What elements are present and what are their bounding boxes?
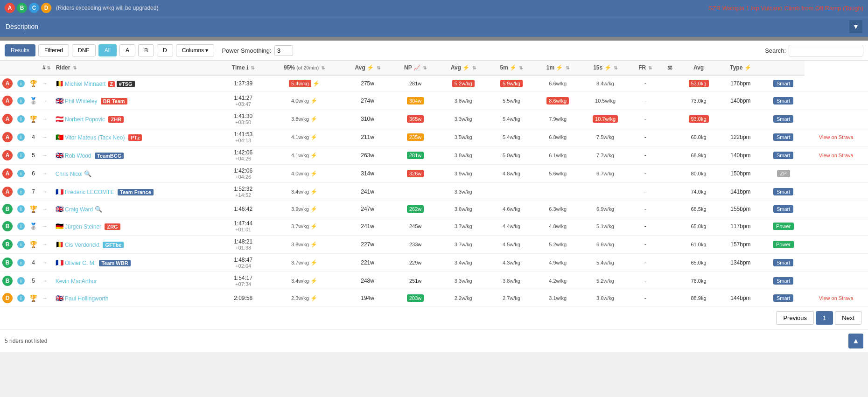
rider-cell: 🇫🇷 Frédéric LECOMTE Team France [53,183,220,201]
trophy-gold-icon: 🏆 [29,294,37,302]
1m-value: 7.9w/kg [549,116,567,122]
5m-cell: 5.4w/kg [488,110,534,128]
description-dropdown[interactable]: ▼ [849,20,862,33]
col-fr[interactable]: FR ⇅ [630,61,661,75]
cat-badge-c[interactable]: C [29,3,39,13]
avg1-cell: 314w [343,165,392,183]
rider-name[interactable]: Craig Ward [65,206,93,213]
trophy-cell: 4 [27,128,40,146]
5m-value: 5.5w/kg [503,98,520,104]
kg-cell: 68.9kg [679,146,719,165]
col-avg3[interactable]: Avg [679,61,719,75]
dnf-button[interactable]: DNF [72,44,96,56]
rider-name[interactable]: Paul Hollingworth [65,295,108,302]
bpm-value: 157bpm [730,241,750,248]
rider-name[interactable]: Michiel Minnaert [65,81,105,87]
cat-badge-d[interactable]: D [41,3,51,13]
col-hash[interactable]: #⇅ [40,61,53,75]
all-button[interactable]: All [98,44,117,56]
search-icon[interactable]: 🔍 [84,170,91,177]
avg2-cell: 3.3w/kg [438,272,488,290]
info-button[interactable]: i [17,223,25,230]
columns-button[interactable]: Columns ▾ [176,44,215,56]
rider-name[interactable]: Frédéric LECOMTE [65,189,114,195]
col-avg1[interactable]: Avg ⚡ ⇅ [343,61,392,75]
info-button[interactable]: i [17,241,25,248]
col-15s[interactable]: 15s ⚡ ⇅ [581,61,630,75]
results-table-container: #⇅ Rider ⇅ Time ℹ ⇅ 95% (of 20min) ⇅ Avg… [0,61,868,306]
search-icon[interactable]: 🔍 [95,206,102,213]
scroll-top-button[interactable]: ▲ [848,334,863,348]
trophy-cell: 🏆 [27,75,40,92]
rider-cell: 🇬🇧 Rob Wood TeamBCG [53,146,220,165]
rider-name[interactable]: Chris Nicol [56,171,83,177]
table-row: D i 🏆 → 🇬🇧 Paul Hollingworth 2:09:58 2.3… [0,290,868,306]
strava-link[interactable]: View on Strava [819,153,854,158]
col-rider[interactable]: Rider ⇅ [53,61,220,75]
strava-link[interactable]: View on Strava [819,295,854,301]
info-button[interactable]: i [17,205,25,213]
col-np[interactable]: NP 📈 ⇅ [392,61,438,75]
1m-cell [535,183,581,201]
search-input[interactable] [789,45,863,56]
rider-name[interactable]: Kevin MacArthur [56,278,97,285]
rider-name[interactable]: Jürgen Steiner [65,223,101,230]
1m-value: 3.1w/kg [549,295,567,301]
rank-cell: → [40,201,53,217]
table-row: A i 4 → 🇵🇹 Vitor Mateus (Tacx Neo) PTz 1… [0,128,868,146]
rank-cell: → [40,146,53,165]
info-button[interactable]: i [17,97,25,104]
info-button[interactable]: i [17,294,25,302]
time-cell: 2:09:58 [220,290,266,306]
previous-button[interactable]: Previous [776,311,814,325]
results-button[interactable]: Results [5,44,35,56]
p95-value: 4.1w/kg [291,134,309,140]
b-button[interactable]: B [138,44,154,56]
d-button[interactable]: D [157,44,173,56]
rider-name[interactable]: Cis Verdonckt [65,242,99,248]
rider-name[interactable]: Norbert Popovic [65,116,105,123]
info-button[interactable]: i [17,277,25,285]
col-scale[interactable]: ⚖ [661,61,678,75]
info-button[interactable]: i [17,152,25,159]
rank-cell: → [40,290,53,306]
strava-link[interactable]: View on Strava [819,134,854,140]
filtered-button[interactable]: Filtered [38,44,69,56]
info-button[interactable]: i [17,80,25,87]
table-row: B i 5 → Kevin MacArthur 1:54:17+07:34 3.… [0,272,868,290]
strava-cell [805,110,868,128]
flag-icon: 🇬🇧 [56,152,63,159]
5m-cell: 5.0w/kg [488,146,534,165]
bolt-icon: ⚡ [310,116,317,122]
page-1-button[interactable]: 1 [816,311,833,325]
15s-cell: 5.2w/kg [581,272,630,290]
col-type[interactable]: Type ⚡ [719,61,763,75]
col-time[interactable]: Time ℹ ⇅ [220,61,266,75]
col-1m[interactable]: 1m ⚡ ⇅ [535,61,581,75]
a-button[interactable]: A [119,44,135,56]
type-value: Smart [773,259,793,266]
cat-badge-b[interactable]: B [17,3,27,13]
info-button[interactable]: i [17,259,25,266]
power-smoothing-input[interactable] [274,45,293,56]
p95-value: 3.4w/kg [291,189,309,195]
next-button[interactable]: Next [835,311,861,325]
rider-name[interactable]: Vitor Mateus (Tacx Neo) [65,134,125,141]
col-avg2[interactable]: Avg ⚡ ⇅ [438,61,488,75]
rider-name[interactable]: Phil Whiteley [65,98,97,104]
info-button[interactable]: i [17,115,25,123]
cat-badge-a[interactable]: A [5,3,15,13]
strava-cell [805,272,868,290]
p95-cell: 4.1w/kg ⚡ [266,128,343,146]
info-button[interactable]: i [17,133,25,141]
avg1-value: 275w [361,80,374,87]
col-p95[interactable]: 95% (of 20min) ⇅ [266,61,343,75]
info-button[interactable]: i [17,188,25,195]
info-button[interactable]: i [17,170,25,177]
col-5m[interactable]: 5m ⚡ ⇅ [488,61,534,75]
table-row: B i 🥈 → 🇩🇪 Jürgen Steiner ZRG 1:47:44+01… [0,217,868,236]
1m-value: 5.6w/kg [549,171,567,176]
rider-name[interactable]: Rob Wood [65,153,91,159]
rider-name[interactable]: Olivier C. M. [65,260,96,266]
flag-icon: 🇵🇹 [56,133,63,141]
